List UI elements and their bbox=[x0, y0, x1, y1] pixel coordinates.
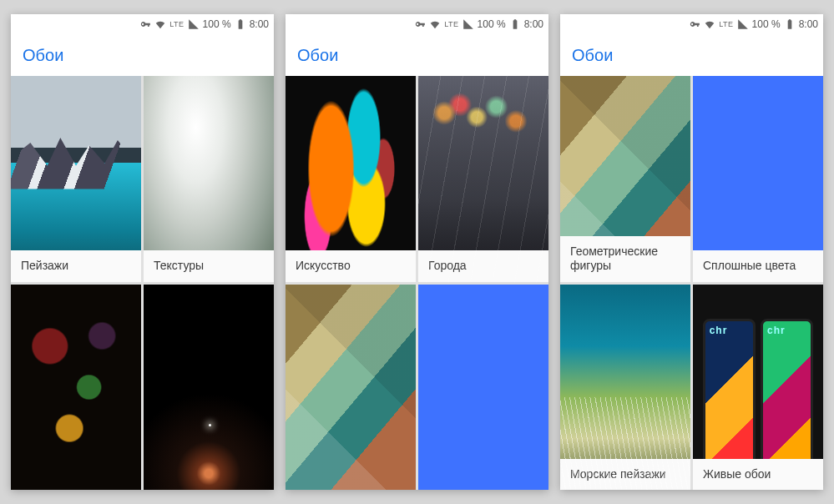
category-label: Города bbox=[418, 250, 548, 282]
page-title: Обои bbox=[572, 46, 613, 65]
wallpaper-category-tile[interactable]: Искусство bbox=[286, 76, 416, 282]
status-bar: LTE 100 % 8:00 bbox=[11, 14, 274, 34]
phone-screen: LTE 100 % 8:00 Обои Искусство Города bbox=[286, 14, 548, 490]
key-icon bbox=[689, 18, 700, 30]
category-label: Текстуры bbox=[144, 250, 274, 282]
wallpaper-category-tile[interactable] bbox=[418, 285, 548, 491]
key-icon bbox=[414, 18, 426, 30]
battery-icon bbox=[235, 18, 246, 30]
signal-icon bbox=[462, 18, 474, 30]
category-label: Морские пейзажи bbox=[560, 459, 690, 491]
wallpaper-category-tile[interactable] bbox=[286, 285, 416, 491]
clock: 8:00 bbox=[250, 18, 269, 30]
wallpaper-category-tile[interactable]: Города bbox=[418, 76, 548, 282]
wallpaper-category-tile[interactable]: Сплошные цвета bbox=[693, 76, 823, 282]
wallpaper-category-tile[interactable]: Геометрические фигуры bbox=[560, 76, 690, 282]
battery-icon bbox=[509, 18, 521, 30]
wifi-icon bbox=[704, 18, 715, 30]
category-grid[interactable]: Искусство Города bbox=[286, 76, 548, 490]
wallpaper-category-tile[interactable] bbox=[144, 285, 274, 491]
category-label: Геометрические фигуры bbox=[560, 236, 690, 282]
network-type: LTE bbox=[169, 21, 184, 28]
phone-mock-icon bbox=[703, 319, 756, 481]
page-title: Обои bbox=[297, 46, 338, 65]
network-type: LTE bbox=[444, 21, 458, 28]
category-label: Живые обои bbox=[693, 459, 823, 491]
app-header: Обои bbox=[560, 34, 823, 76]
status-bar: LTE 100 % 8:00 bbox=[286, 14, 548, 34]
wallpaper-category-tile[interactable]: Морские пейзажи bbox=[560, 285, 690, 491]
clock: 8:00 bbox=[799, 18, 818, 30]
battery-pct: 100 % bbox=[203, 18, 231, 30]
category-label: Искусство bbox=[286, 250, 416, 282]
wifi-icon bbox=[154, 18, 166, 30]
signal-icon bbox=[737, 18, 749, 30]
clock: 8:00 bbox=[524, 18, 543, 30]
phone-screen: LTE 100 % 8:00 Обои Геометрические фигур… bbox=[560, 14, 823, 490]
category-label: Пейзажи bbox=[11, 250, 141, 282]
phone-mock-icon bbox=[761, 319, 813, 481]
wallpaper-category-tile[interactable]: Живые обои bbox=[693, 285, 823, 491]
page-title: Обои bbox=[23, 46, 63, 65]
wallpaper-category-tile[interactable] bbox=[11, 285, 141, 491]
wallpaper-category-tile[interactable]: Пейзажи bbox=[11, 76, 141, 282]
category-grid[interactable]: Пейзажи Текстуры bbox=[11, 76, 274, 490]
category-grid[interactable]: Геометрические фигуры Сплошные цвета Мор… bbox=[560, 76, 823, 490]
battery-icon bbox=[784, 18, 796, 30]
battery-pct: 100 % bbox=[752, 18, 781, 30]
battery-pct: 100 % bbox=[478, 18, 506, 30]
wifi-icon bbox=[429, 18, 441, 30]
wallpaper-category-tile[interactable]: Текстуры bbox=[144, 76, 274, 282]
signal-icon bbox=[188, 18, 200, 30]
network-type: LTE bbox=[719, 21, 733, 28]
key-icon bbox=[139, 18, 151, 30]
app-header: Обои bbox=[286, 34, 548, 76]
category-label: Сплошные цвета bbox=[693, 250, 823, 282]
app-header: Обои bbox=[11, 34, 274, 76]
phone-screen: LTE 100 % 8:00 Обои Пейзажи Текстуры bbox=[11, 14, 274, 490]
status-bar: LTE 100 % 8:00 bbox=[560, 14, 823, 34]
